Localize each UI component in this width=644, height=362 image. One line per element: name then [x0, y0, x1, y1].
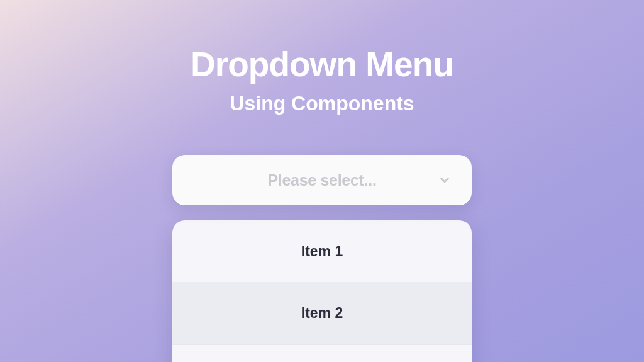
dropdown-placeholder: Please select... — [267, 171, 376, 189]
dropdown-item[interactable] — [172, 344, 472, 362]
dropdown-item[interactable]: Item 1 — [172, 220, 472, 282]
dropdown-item-label: Item 1 — [301, 243, 343, 260]
dropdown-item-label: Item 2 — [301, 305, 343, 322]
dropdown-item[interactable]: Item 2 — [172, 282, 472, 344]
chevron-down-icon — [438, 173, 452, 187]
page-title: Dropdown Menu — [191, 44, 453, 84]
dropdown-panel: Item 1 Item 2 — [172, 220, 472, 362]
dropdown-component: Please select... Item 1 Item 2 — [172, 155, 472, 362]
page-subtitle: Using Components — [230, 92, 414, 115]
dropdown-trigger[interactable]: Please select... — [172, 155, 472, 205]
